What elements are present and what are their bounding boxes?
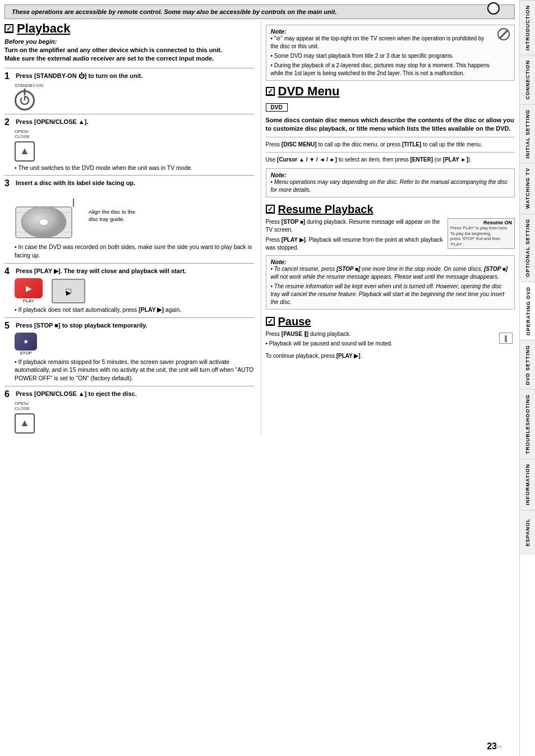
step2-bullet: • The unit switches to the DVD mode when… [15,164,254,172]
resume-note-item-1: • To cancel resume, press [STOP ■] one m… [271,265,510,281]
step3-row: 3 Insert a disc with its label side faci… [4,179,254,188]
resume-image-box: Resume ON Press 'PLAY' to play from here… [448,218,515,249]
resume-section-title: ✓ Resume Playback [266,203,515,216]
dvd-step-1: Press [DISC MENU] to call up the disc me… [266,141,515,149]
top-circle-decoration [487,2,500,15]
pause-continue-text: To continue playback, press [PLAY ▶]. [266,352,515,360]
step1-icon-container [15,90,254,110]
step4-bullet: • If playback does not start automatical… [15,306,254,314]
pause-icon-area: ‖ [497,330,515,346]
step4-divider [4,263,254,264]
playback-checkbox: ✓ [4,24,13,33]
power-icon [15,90,35,110]
eject-icon: ▲ [15,141,35,162]
pause-step-1: Press [PAUSE ‖] during playback. [266,330,493,338]
tab-watching-tv[interactable]: WATCHING TV [520,163,535,213]
prohibited-icon [497,28,510,40]
svg-point-4 [39,219,48,225]
playback-section-title: ✓ Playback [4,21,254,36]
tab-introduction[interactable]: INTRODUCTION [520,0,535,55]
step4-icons: ▶ PLAY ▶ [15,278,254,303]
resume-box-line3: press 'STOP' first and then 'PLAY'. [450,236,512,247]
tab-optional-setting[interactable]: OPTIONAL SETTING [520,214,535,282]
tab-information[interactable]: INFORMATION [520,459,535,510]
step3-number: 3 [4,179,13,188]
dvd-hr-2 [266,152,515,153]
step2-text: Press [OPEN/CLOSE ▲]. [16,118,89,126]
pause-section-title: ✓ Pause [266,315,515,328]
dvd-menu-checkbox: ✓ [266,87,275,96]
step1-icon-label: STANDBY-ON [15,83,254,88]
dvd-description: Some discs contain disc menus which desc… [266,116,515,133]
pause-checkbox: ✓ [266,317,275,326]
note-title: Note: [271,28,490,35]
disc-visual [15,190,82,241]
eject-icon-2: ▲ [15,413,35,434]
en-label: EN [495,744,501,749]
resume-checkbox: ✓ [266,205,275,214]
step5-icon-container: ■ STOP [15,333,254,356]
step3-bullet: • In case the DVD was recorded on both s… [15,243,254,259]
step5-number: 5 [4,321,13,330]
step2-divider [4,114,254,114]
resume-box-container: Resume ON Press 'PLAY' to play from here… [448,218,515,252]
tab-initial-setting[interactable]: INITIAL SETTING [520,104,535,163]
tab-troubleshooting[interactable]: TROUBLESHOOTING [520,389,535,459]
resume-steps-row: Press [STOP ■] during playback. Resume m… [266,218,515,252]
top-banner: These operations are accessible by remot… [4,4,515,19]
tab-espanol[interactable]: ESPANOL [520,510,535,555]
step4-row: 4 Press [PLAY ▶]. The tray will close an… [4,267,254,276]
before-text-line1: Turn on the amplifier and any other devi… [4,47,222,53]
resume-note-item-2: • The resume information will be kept ev… [271,283,510,306]
tab-connection[interactable]: CONNECTION [520,55,535,104]
banner-text: These operations are accessible by remot… [12,8,337,15]
step5-row: 5 Press [STOP ■] to stop playback tempor… [4,321,254,330]
note-item-3: • During the playback of a 2-layered dis… [271,62,490,77]
note-row-main: Note: • "⊘" may appear at the top-right … [271,28,510,77]
resume-note-box: Note: • To cancel resume, press [STOP ■]… [266,255,515,310]
resume-steps-text: Press [STOP ■] during playback. Resume m… [266,218,444,252]
step6-number: 6 [4,390,13,399]
playback-title-text: Playback [17,21,70,36]
tab-operating-dvd[interactable]: OPERATING DVD [520,282,535,340]
resume-box-title: Resume ON [450,220,512,225]
tab-dvd-setting[interactable]: DVD SETTING [520,340,535,390]
left-column: ✓ Playback Before you begin: Turn on the… [4,21,261,436]
resume-box-line2: To play the beginning, [450,231,512,237]
dvd-menu-title-text: DVD Menu [278,84,340,99]
tv-screen-visual: ▶ [52,279,85,303]
before-text: Turn on the amplifier and any other devi… [4,46,254,63]
play-icon: ▶ [15,278,43,298]
tv-dot: ▶ [66,289,71,293]
step5-bullet: • If playback remains stopped for 5 minu… [15,358,254,382]
step6-divider [4,386,254,386]
step2-row: 2 Press [OPEN/CLOSE ▲]. [4,118,254,127]
note-item-2: • Some DVD may start playback from title… [271,52,490,60]
step1-divider [4,68,254,68]
dvd-note-title: Note: [271,172,510,178]
step6-row: 6 Press [OPEN/CLOSE ▲] to eject the disc… [4,390,254,399]
top-note-box: Note: • "⊘" may appear at the top-right … [266,25,515,81]
pause-step-2: • Playback will be paused and sound will… [266,340,493,348]
step3-text: Insert a disc with its label side facing… [16,179,135,187]
step6-icon-container: ▲ [15,413,254,434]
prohibited-icon-container [497,28,510,40]
dvd-menu-section-title: ✓ DVD Menu [266,84,515,99]
resume-step-1: Press [STOP ■] during playback. Resume m… [266,218,444,234]
pause-icon: ‖ [499,333,513,344]
dvd-badge-row: DVD [266,101,515,114]
resume-step-2: Press [PLAY ▶]. Playback will resume fro… [266,236,444,252]
dvd-note-box: Note: • Menu operations may vary dependi… [266,168,515,197]
stop-icon: ■ [15,333,37,351]
before-text-line2: Make sure the external audio receiver ar… [4,55,214,62]
dvd-badge: DVD [266,103,288,112]
disc-image-row: Align the disc to thedisc tray guide. [15,190,254,241]
disc-align-label: Align the disc to thedisc tray guide. [89,208,135,223]
step1-number: 1 [4,72,13,81]
before-you-begin-label: Before you begin: [4,38,254,45]
dvd-note-text: • Menu operations may vary depending on … [271,178,510,194]
step5-divider [4,317,254,318]
step3-divider [4,175,254,176]
step4-number: 4 [4,267,13,276]
resume-box-line1: Press 'PLAY' to play from here. [450,225,512,231]
